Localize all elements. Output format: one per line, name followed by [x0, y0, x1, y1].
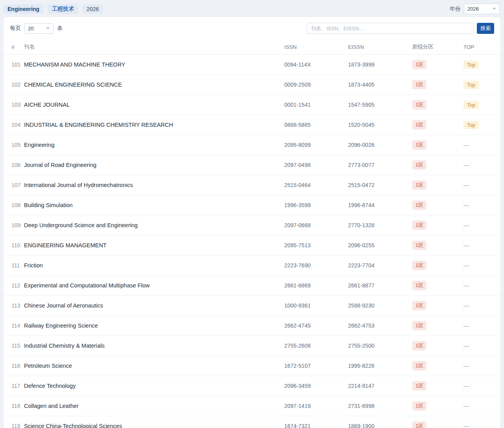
row-number-cell: 106: [4, 155, 21, 175]
zone-cell: 1区: [409, 175, 460, 195]
journal-name-cell: Experimental and Computational Multiphas…: [21, 276, 281, 296]
table-row: 106Journal of Road Engineering2097-04982…: [4, 155, 500, 175]
year-select-value: 2026: [467, 6, 479, 12]
top-cell: —: [460, 376, 500, 396]
column-header-name: 刊名: [21, 40, 281, 55]
eissn-cell: 1547-5905: [345, 95, 409, 115]
top-dash: —: [463, 403, 469, 409]
row-number-cell: 119: [4, 416, 21, 428]
table-row: 111Friction2223-76902223-77041区—: [4, 256, 500, 276]
top-cell: —: [460, 276, 500, 296]
row-number-cell: 118: [4, 396, 21, 416]
search-button[interactable]: 搜索: [477, 23, 494, 34]
search-input[interactable]: [307, 23, 474, 34]
zone-cell: 1区: [409, 155, 460, 175]
journal-name-cell: INDUSTRIAL & ENGINEERING CHEMISTRY RESEA…: [21, 115, 281, 135]
top-dash: —: [463, 202, 469, 208]
year-select[interactable]: 2026: [464, 4, 500, 14]
row-number-cell: 107: [4, 175, 21, 195]
zone-badge: 1区: [412, 180, 426, 190]
filter-tags: Engineering 工程技术 2026: [3, 4, 103, 14]
journal-name-cell: AICHE JOURNAL: [21, 95, 281, 115]
top-badge: Top: [463, 121, 479, 129]
issn-cell: 2095-7513: [281, 235, 345, 256]
eissn-cell: 2588-9230: [345, 296, 409, 316]
journal-name-cell: Journal of Road Engineering: [21, 155, 281, 175]
issn-cell: 2755-2608: [281, 336, 345, 356]
row-number-cell: 104: [4, 115, 21, 135]
top-cell: —: [460, 396, 500, 416]
zone-cell: 1区: [409, 235, 460, 256]
top-cell: —: [460, 235, 500, 256]
top-cell: —: [460, 195, 500, 215]
zone-cell: 1区: [409, 356, 460, 376]
eissn-cell: 2731-6998: [345, 396, 409, 416]
eissn-cell: 2770-1328: [345, 215, 409, 235]
eissn-cell: 2755-2500: [345, 336, 409, 356]
column-header-zone: 新锐分区: [409, 40, 460, 55]
tag-year[interactable]: 2026: [82, 4, 103, 14]
table-row: 119Science China-Technological Sciences1…: [4, 416, 500, 428]
tag-category-english[interactable]: Engineering: [3, 4, 44, 14]
zone-badge: 1区: [412, 421, 426, 428]
top-dash: —: [463, 182, 469, 188]
top-dash: —: [463, 262, 469, 269]
top-dash: —: [463, 242, 469, 248]
table-row: 114Railway Engineering Science2662-47452…: [4, 316, 500, 336]
issn-cell: 0888-5885: [281, 115, 345, 135]
top-cell: —: [460, 175, 500, 195]
eissn-cell: 2223-7704: [345, 256, 409, 276]
search-area: 搜索: [307, 23, 494, 34]
journal-table-body: 101MECHANISM AND MACHINE THEORY0094-114X…: [4, 55, 500, 428]
row-number-cell: 101: [4, 55, 21, 75]
top-cell: —: [460, 296, 500, 316]
issn-cell: 1672-5107: [281, 356, 345, 376]
zone-cell: 1区: [409, 276, 460, 296]
per-page-select[interactable]: 20: [24, 23, 54, 34]
zone-badge: 1区: [412, 301, 426, 310]
table-row: 109Deep Underground Science and Engineer…: [4, 215, 500, 235]
journal-name-cell: Defence Technology: [21, 376, 281, 396]
row-number-cell: 112: [4, 276, 21, 296]
issn-cell: 0094-114X: [281, 55, 345, 75]
top-cell: Top: [460, 55, 500, 75]
zone-cell: 1区: [409, 376, 460, 396]
row-number-cell: 108: [4, 195, 21, 215]
table-row: 112Experimental and Computational Multip…: [4, 276, 500, 296]
issn-cell: 2097-0498: [281, 155, 345, 175]
table-toolbar: 每页 20 条 搜索: [4, 17, 500, 40]
zone-cell: 1区: [409, 135, 460, 155]
issn-cell: 2515-0464: [281, 175, 345, 195]
zone-badge: 1区: [412, 100, 426, 109]
table-row: 115Industrial Chemistry & Materials2755-…: [4, 336, 500, 356]
eissn-cell: 1995-8226: [345, 356, 409, 376]
journal-name-cell: Deep Underground Science and Engineering: [21, 215, 281, 235]
issn-cell: 2097-1419: [281, 396, 345, 416]
top-dash: —: [463, 162, 469, 168]
journal-name-cell: Railway Engineering Science: [21, 316, 281, 336]
row-number-cell: 115: [4, 336, 21, 356]
issn-cell: 1000-9361: [281, 296, 345, 316]
journal-name-cell: Chinese Journal of Aeronautics: [21, 296, 281, 316]
top-cell: —: [460, 336, 500, 356]
journal-table-header: # 刊名 ISSN EISSN 新锐分区 TOP: [4, 40, 500, 55]
zone-cell: 1区: [409, 215, 460, 235]
top-cell: —: [460, 316, 500, 336]
row-number-cell: 111: [4, 256, 21, 276]
journal-name-cell: CHEMICAL ENGINEERING SCIENCE: [21, 75, 281, 95]
eissn-cell: 1520-5045: [345, 115, 409, 135]
journal-name-cell: Industrial Chemistry & Materials: [21, 336, 281, 356]
top-dash: —: [463, 383, 469, 389]
eissn-cell: 2096-0255: [345, 235, 409, 256]
journal-name-cell: Petroleum Science: [21, 356, 281, 376]
chevron-down-icon: [46, 26, 50, 31]
table-row: 108Building Simulation1996-35991996-8744…: [4, 195, 500, 215]
table-row: 102CHEMICAL ENGINEERING SCIENCE0009-2509…: [4, 75, 500, 95]
table-row: 110ENGINEERING MANAGEMENT2095-75132096-0…: [4, 235, 500, 256]
eissn-cell: 1869-1900: [345, 416, 409, 428]
row-number-cell: 105: [4, 135, 21, 155]
zone-badge: 1区: [412, 361, 426, 371]
table-row: 104INDUSTRIAL & ENGINEERING CHEMISTRY RE…: [4, 115, 500, 135]
tag-category-chinese[interactable]: 工程技术: [48, 4, 78, 14]
year-filter-label: 年份: [450, 6, 461, 13]
